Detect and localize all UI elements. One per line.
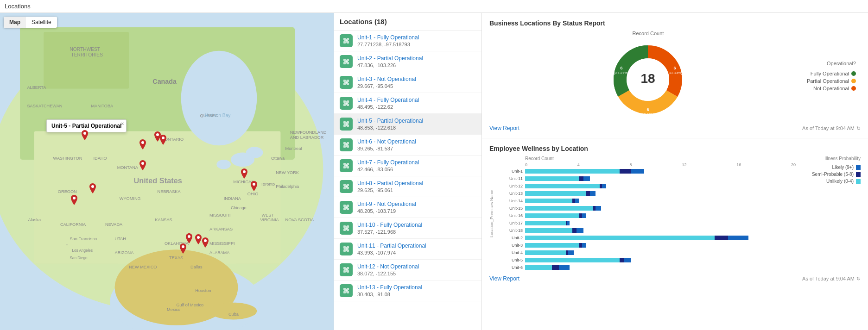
svg-text:NEBRASKA: NEBRASKA — [158, 189, 181, 194]
location-item[interactable]: Unit-2 - Partial Operational47.836, -103… — [334, 51, 482, 72]
svg-rect-125 — [347, 225, 349, 228]
bar-unlikely — [525, 250, 566, 255]
location-item[interactable]: Unit-8 - Partial Operational29.625, -95.… — [334, 176, 482, 197]
svg-rect-85 — [347, 59, 349, 61]
bar-row: Unit-11 — [500, 175, 796, 182]
status-timestamp-text: As of Today at 9:04 AM — [802, 125, 855, 131]
bar-unlikely — [525, 258, 620, 262]
svg-rect-130 — [347, 246, 349, 249]
svg-text:San Diego: San Diego — [70, 256, 88, 260]
semi-box — [856, 172, 861, 177]
bar-track — [525, 191, 796, 196]
legend-partial-dot — [851, 79, 856, 83]
svg-point-5 — [181, 51, 257, 145]
location-item[interactable]: Unit-5 - Partial Operational48.853, -122… — [334, 114, 482, 135]
location-item[interactable]: Unit-13 - Fully Operational30.403, -91.0… — [334, 280, 482, 301]
svg-text:6: 6 — [647, 107, 649, 112]
bar-row: Unit-18 — [500, 227, 796, 234]
location-coords: 29.667, -95.045 — [357, 83, 476, 89]
svg-rect-92 — [347, 83, 349, 85]
svg-rect-122 — [347, 208, 349, 210]
svg-text:Chicago: Chicago — [231, 205, 247, 210]
svg-rect-111 — [343, 166, 346, 168]
map-pin-8[interactable] — [240, 168, 248, 179]
wellness-view-report[interactable]: View Report — [489, 275, 520, 282]
map-tab-satellite[interactable]: Satellite — [26, 17, 57, 28]
map-pin-9[interactable] — [250, 181, 258, 191]
location-item[interactable]: Unit-9 - Not Operational48.205, -103.719 — [334, 197, 482, 218]
svg-rect-80 — [347, 38, 349, 40]
refresh-icon[interactable]: ↻ — [856, 125, 861, 131]
location-info: Unit-6 - Not Operational39.265, -81.537 — [357, 138, 476, 151]
location-name: Unit-2 - Partial Operational — [357, 55, 476, 62]
svg-rect-102 — [347, 125, 349, 127]
unlikely-label: Unlikely (0-4) — [826, 179, 854, 184]
view-report-link[interactable]: View Report — [489, 125, 520, 131]
svg-text:NEWFOUNDLAND: NEWFOUNDLAND — [290, 130, 327, 135]
location-icon — [340, 180, 353, 193]
bar-track — [525, 169, 796, 174]
bar-track — [525, 213, 796, 218]
location-item[interactable]: Unit-7 - Fully Operational42.466, -83.05… — [334, 156, 482, 176]
location-item[interactable]: Unit-4 - Fully Operational48.495, -122.6… — [334, 93, 482, 114]
map-pin-7[interactable] — [139, 160, 147, 170]
svg-text:18: 18 — [641, 71, 655, 86]
bar-row: Unit-12 — [500, 183, 796, 189]
map-pin-4[interactable] — [139, 139, 147, 149]
location-name: Unit-5 - Partial Operational — [357, 118, 476, 124]
likely-label: Likely (9+) — [832, 165, 854, 170]
location-item[interactable]: Unit-11 - Partial Operational43.993, -10… — [334, 239, 482, 260]
bar-semi — [715, 236, 728, 240]
svg-rect-136 — [343, 270, 346, 273]
location-item[interactable]: Unit-6 - Not Operational39.265, -81.537 — [334, 135, 482, 156]
x8: 8 — [630, 162, 632, 167]
location-name: Unit-4 - Fully Operational — [357, 97, 476, 103]
wellness-chart-area: Location_Premises Name Record Count 0 4 … — [489, 156, 861, 272]
map-pin-6[interactable] — [159, 135, 167, 145]
legend-partial: Partial Operational — [807, 78, 856, 84]
bar-unlikely — [525, 243, 579, 248]
svg-rect-81 — [343, 41, 346, 44]
map-pin-13[interactable] — [179, 243, 187, 254]
svg-rect-137 — [347, 270, 349, 273]
location-item[interactable]: Unit-1 - Fully Operational27.771238, -97… — [334, 31, 482, 51]
bar-row: Unit-3 — [500, 242, 796, 249]
location-item[interactable]: Unit-10 - Fully Operational37.527, -121.… — [334, 218, 482, 239]
location-item[interactable]: Unit-12 - Not Operational38.072, -122.15… — [334, 260, 482, 280]
legend-fully: Fully Operational — [807, 71, 856, 76]
bar-likely — [728, 236, 748, 240]
map-pin-2[interactable] — [89, 183, 97, 193]
map-pin-10[interactable] — [185, 233, 193, 243]
svg-text:MONTANA: MONTANA — [117, 165, 139, 170]
map-pin-3[interactable] — [70, 195, 78, 205]
location-icon — [340, 263, 353, 276]
location-coords: 38.072, -122.155 — [357, 271, 476, 276]
svg-point-76 — [204, 239, 207, 242]
svg-point-11 — [209, 303, 257, 320]
wellness-timestamp: As of Today at 9:04 AM ↻ — [802, 276, 861, 282]
wellness-refresh-icon[interactable]: ↻ — [856, 276, 861, 282]
svg-text:MANITOBA: MANITOBA — [91, 104, 114, 108]
svg-text:INDIANA: INDIANA — [224, 196, 241, 201]
location-icon — [340, 34, 353, 47]
map-tab-map[interactable]: Map — [4, 17, 26, 28]
svg-rect-129 — [343, 246, 346, 249]
map-pin-12[interactable] — [201, 237, 209, 248]
svg-rect-101 — [343, 125, 346, 127]
svg-text:TEXAS: TEXAS — [169, 255, 183, 260]
svg-text:MISSOURI: MISSOURI — [209, 213, 230, 218]
svg-rect-116 — [343, 187, 346, 189]
svg-rect-115 — [347, 184, 349, 186]
bar-semi — [586, 191, 590, 196]
bar-unlikely — [525, 221, 566, 225]
location-item[interactable]: Unit-3 - Not Operational29.667, -95.045 — [334, 72, 482, 93]
svg-rect-106 — [343, 145, 346, 148]
location-info: Unit-10 - Fully Operational37.527, -121.… — [357, 222, 476, 235]
map-pin-1[interactable] — [81, 130, 89, 140]
location-coords: 47.836, -103.226 — [357, 62, 476, 68]
svg-rect-100 — [347, 121, 349, 124]
bar-label: Unit-13 — [500, 191, 525, 196]
svg-rect-139 — [343, 288, 346, 290]
svg-rect-141 — [343, 291, 346, 293]
svg-text:VIRGINIA: VIRGINIA — [260, 218, 279, 222]
